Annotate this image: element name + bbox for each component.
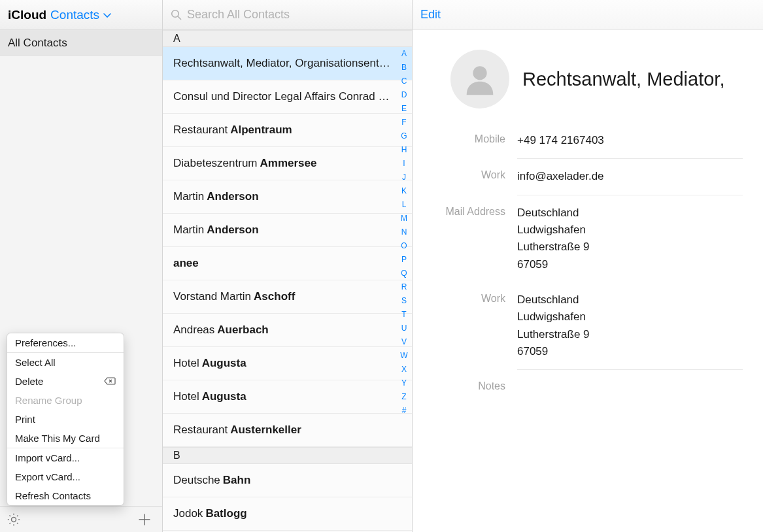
alpha-index-letter[interactable]: C [401,77,407,85]
contact-first-label: Hotel [173,357,199,370]
contact-field-label: Work [413,291,517,305]
alpha-index-letter[interactable]: X [401,365,407,373]
alpha-index-letter[interactable]: Y [401,379,407,387]
popup-item-label: Import vCard... [15,452,80,463]
popup-make-my-card[interactable]: Make This My Card [7,429,124,448]
alpha-index-letter[interactable]: L [402,201,407,208]
alpha-index-letter[interactable]: O [401,242,407,250]
contacts-list[interactable]: ARechtsanwalt, Mediator, Organisationsen… [163,30,412,532]
contact-row[interactable]: Consul und Director Legal Affairs Conrad… [163,80,412,114]
popup-print[interactable]: Print [7,410,124,429]
alpha-index-letter[interactable]: T [401,310,406,318]
alpha-index-letter[interactable]: I [403,159,405,167]
popup-preferences[interactable]: Preferences... [7,333,124,352]
contact-field-value: Deutschland Ludwigshafen Lutherstraße 9 … [517,205,763,282]
popup-item-label: Make This My Card [15,433,100,444]
sidebar-item-all-contacts[interactable]: All Contacts [0,30,162,56]
contact-row[interactable]: MartinAnderson [163,214,412,247]
alpha-index-letter[interactable]: F [401,118,406,126]
popup-import-vcard[interactable]: Import vCard... [7,448,124,467]
popup-select-all[interactable]: Select All [7,353,124,372]
alpha-index-letter[interactable]: W [400,352,407,359]
alpha-index-letter[interactable]: # [402,407,407,414]
sidebar-title-contacts: Contacts [50,8,99,22]
alpha-index-letter[interactable]: S [401,297,407,305]
contact-row[interactable]: JodokBatlogg [163,497,412,531]
contact-name-label: anee [173,257,199,270]
edit-button[interactable]: Edit [420,8,441,22]
contact-field: Mobile+49 174 2167403 [413,132,763,159]
alpha-index-letter[interactable]: H [401,146,407,154]
contact-field-value: info@axelader.de [517,168,743,195]
contact-last-label: Bahn [223,474,251,487]
alpha-index-letter[interactable]: G [401,132,407,140]
contact-field-label: Mobile [413,132,517,145]
alpha-index-letter[interactable]: P [401,256,407,263]
popup-refresh[interactable]: Refresh Contacts [7,486,124,505]
contact-last-label: Batlogg [205,507,246,520]
contact-field-value: Deutschland Ludwigshafen Lutherstraße 9 … [517,291,743,370]
alpha-index-letter[interactable]: U [401,324,407,332]
popup-delete[interactable]: Delete [7,372,124,391]
contact-row[interactable]: anee [163,247,412,280]
contact-last-label: Augusta [202,357,246,370]
sidebar-item-label: All Contacts [8,37,67,50]
search-input[interactable] [187,8,404,22]
alpha-index-letter[interactable]: B [401,63,407,71]
contact-row[interactable]: AndreasAuerbach [163,314,412,347]
contact-row[interactable]: Vorstand MartinAschoff [163,280,412,314]
contact-row[interactable]: HotelAugusta [163,347,412,380]
alpha-index-letter[interactable]: A [401,50,407,58]
alpha-index-letter[interactable]: D [401,91,407,99]
contact-row[interactable]: RestaurantAusternkeller [163,414,412,447]
contact-first-label: Martin [173,190,204,203]
contact-row[interactable]: DiabeteszentrumAmmersee [163,147,412,180]
contact-row[interactable]: DeutscheBahn [163,464,412,497]
plus-icon[interactable] [137,512,152,527]
contact-first-label: Restaurant [173,424,228,437]
alpha-index-letter[interactable]: R [401,283,407,291]
contact-first-label: Vorstand Martin [173,290,251,303]
popup-rename-group: Rename Group [7,391,124,410]
sidebar-footer [0,506,162,532]
contact-name-label: Consul und Director Legal Affairs Conrad… [173,90,389,103]
sidebar-header[interactable]: iCloud Contacts [0,0,162,30]
contact-row[interactable]: Rechtsanwalt, Mediator, Organisationsent… [163,47,412,80]
alpha-index-letter[interactable]: M [401,214,407,222]
contact-field-label: Work [413,168,517,181]
search-bar[interactable] [163,0,412,30]
alpha-index-letter[interactable]: Z [401,393,406,401]
popup-item-label: Delete [15,376,43,387]
contact-row[interactable]: HotelAugusta [163,380,412,414]
contact-row[interactable]: RestaurantAlpentraum [163,114,412,147]
contact-last-label: Aschoff [254,290,295,303]
gear-icon[interactable] [7,512,21,527]
contact-field-value [517,379,763,388]
alpha-index-letter[interactable]: E [401,105,407,112]
gear-popup-menu: Preferences... Select All Delete Rename … [7,333,124,506]
search-icon [171,9,182,20]
contact-last-label: Anderson [207,224,258,237]
sidebar-title-icloud: iCloud [8,8,46,22]
alpha-index-letter[interactable]: J [402,173,406,181]
popup-export-vcard[interactable]: Export vCard... [7,467,124,486]
detail-header: Edit [413,0,763,30]
alpha-index-letter[interactable]: N [401,228,407,236]
contact-field: Notes [413,379,763,392]
chevron-down-icon [103,10,111,20]
alpha-index-letter[interactable]: Q [401,269,407,277]
contact-row[interactable]: MartinAnderson [163,180,412,214]
contact-field-label: Mail Address [413,205,517,218]
contact-name: Rechtsanwalt, Mediator, [522,69,724,90]
alpha-index[interactable]: ABCDEFGHIJKLMNOPQRSTUVWXYZ# [398,50,410,414]
contact-last-label: Ammersee [260,157,317,170]
popup-item-label: Rename Group [15,395,82,406]
contact-first-label: Hotel [173,390,199,403]
alpha-index-letter[interactable]: V [401,338,407,346]
contact-field: Workinfo@axelader.de [413,168,763,195]
alpha-index-letter[interactable]: K [401,187,407,195]
popup-item-label: Refresh Contacts [15,490,91,501]
backspace-icon [104,376,116,387]
contact-first-label: Restaurant [173,124,228,137]
contact-first-label: Martin [173,224,204,237]
